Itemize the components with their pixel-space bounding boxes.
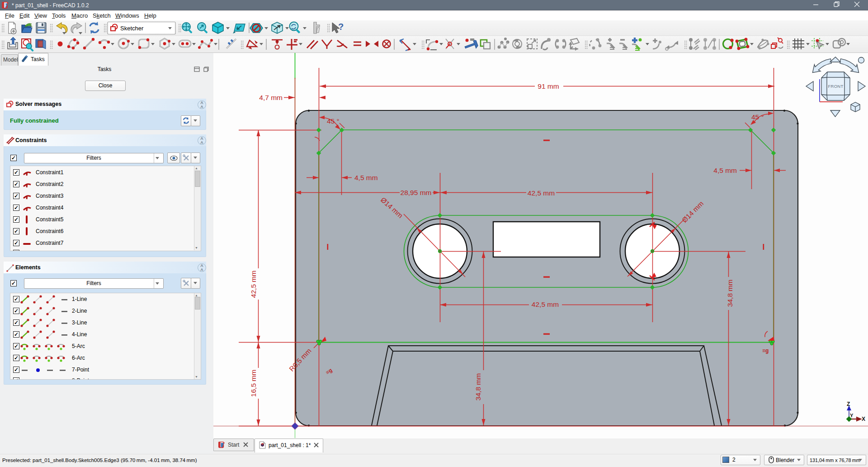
svg-text:34,8 mm: 34,8 mm xyxy=(726,280,734,307)
svg-text:45 °: 45 ° xyxy=(327,117,340,125)
svg-text:4,5 mm: 4,5 mm xyxy=(713,167,737,174)
svg-text:91 mm: 91 mm xyxy=(538,82,559,90)
svg-text:42,5 mm: 42,5 mm xyxy=(250,271,257,298)
svg-text:Y: Y xyxy=(850,413,854,418)
svg-text:FRONT: FRONT xyxy=(828,84,843,89)
svg-text:16,5 mm: 16,5 mm xyxy=(250,370,257,397)
svg-text:Z: Z xyxy=(847,401,850,407)
svg-text:42,5 mm: 42,5 mm xyxy=(532,300,559,308)
svg-text:28,95 mm: 28,95 mm xyxy=(401,189,432,196)
svg-text:?: ? xyxy=(338,22,344,32)
svg-text:42,5 mm: 42,5 mm xyxy=(528,189,555,197)
svg-text:45 °: 45 ° xyxy=(751,113,764,121)
svg-text:Sketcher: Sketcher xyxy=(120,25,144,32)
svg-text:34,8 mm: 34,8 mm xyxy=(474,373,482,400)
svg-text:X: X xyxy=(862,416,865,422)
svg-text:≡g: ≡g xyxy=(762,348,769,354)
svg-text:4,5 mm: 4,5 mm xyxy=(354,174,378,181)
svg-text:4,7 mm: 4,7 mm xyxy=(259,94,283,101)
